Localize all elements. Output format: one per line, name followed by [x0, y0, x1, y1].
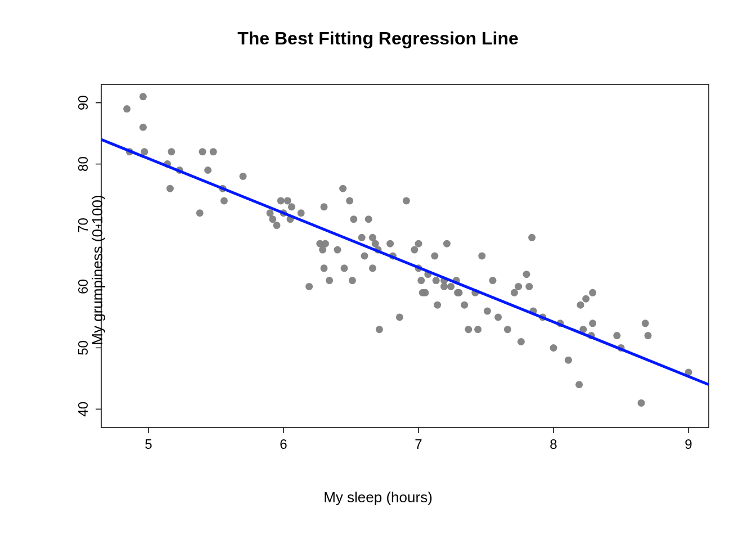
data-point	[403, 197, 410, 204]
data-point	[484, 308, 491, 315]
data-point	[288, 203, 295, 210]
data-point	[346, 197, 353, 204]
data-point	[422, 289, 429, 296]
x-tick-label: 8	[550, 436, 557, 452]
data-point	[504, 326, 511, 333]
data-point	[515, 283, 522, 290]
scatter-chart-regression: The Best Fitting Regression Line My grum…	[0, 0, 756, 540]
data-point	[489, 277, 497, 284]
data-point	[417, 277, 425, 284]
data-point	[456, 289, 463, 296]
data-point	[494, 313, 502, 321]
data-point	[565, 357, 572, 364]
data-point	[141, 148, 148, 155]
data-point	[349, 277, 356, 284]
data-point	[321, 203, 328, 210]
data-point	[168, 148, 175, 155]
data-point	[322, 240, 329, 248]
data-point	[431, 253, 438, 260]
data-point	[240, 173, 247, 180]
data-point	[341, 264, 348, 272]
data-point	[433, 277, 440, 284]
data-point	[361, 253, 368, 260]
data-point	[582, 295, 590, 303]
data-point	[305, 283, 313, 290]
data-point	[298, 209, 305, 217]
data-point	[369, 264, 376, 272]
data-point	[123, 105, 130, 112]
data-point	[339, 185, 346, 192]
data-point	[220, 197, 228, 204]
data-point	[365, 215, 372, 223]
data-point	[358, 234, 366, 241]
data-point	[199, 148, 206, 155]
data-point	[577, 302, 584, 309]
data-point	[396, 313, 403, 321]
data-point	[411, 246, 418, 254]
y-tick-label: 80	[75, 156, 91, 172]
y-tick-label: 70	[75, 218, 91, 233]
data-point	[140, 124, 147, 131]
data-point	[415, 240, 422, 248]
data-point	[443, 240, 451, 248]
y-tick-label: 50	[75, 340, 91, 356]
data-point	[575, 381, 583, 388]
data-point	[525, 283, 533, 290]
data-point	[204, 166, 212, 174]
y-tick-label: 60	[75, 279, 91, 294]
data-point	[350, 215, 357, 223]
plot-border	[101, 84, 709, 428]
data-point	[461, 302, 468, 309]
data-point	[550, 344, 557, 352]
data-point	[166, 185, 174, 192]
data-point	[277, 197, 285, 204]
data-point	[140, 93, 147, 100]
data-point	[386, 240, 394, 248]
x-tick-label: 9	[685, 436, 692, 452]
data-point	[334, 246, 341, 254]
data-point	[440, 283, 448, 290]
data-point	[645, 332, 652, 339]
data-point	[511, 289, 518, 296]
data-point	[273, 222, 281, 229]
data-point	[326, 277, 333, 284]
data-point	[269, 215, 276, 223]
y-tick-label: 90	[75, 95, 91, 110]
x-tick-label: 5	[145, 436, 152, 452]
data-point	[478, 253, 485, 260]
data-point	[589, 320, 596, 327]
data-point	[434, 302, 441, 309]
data-point	[589, 289, 596, 296]
data-point	[196, 209, 204, 217]
regression-line	[101, 140, 709, 385]
data-point	[321, 264, 328, 272]
data-point	[376, 326, 383, 333]
data-point	[638, 399, 645, 407]
data-point	[284, 197, 291, 204]
plot-area: 56789405060708090	[0, 0, 756, 540]
data-point	[523, 271, 530, 278]
x-tick-label: 7	[415, 436, 422, 452]
data-point	[613, 332, 620, 339]
data-point	[447, 283, 454, 290]
data-point	[474, 326, 482, 333]
data-point	[518, 338, 525, 345]
data-point	[528, 234, 536, 241]
data-point	[210, 148, 217, 155]
data-point	[642, 320, 649, 327]
x-tick-label: 6	[280, 436, 287, 452]
y-tick-label: 40	[75, 402, 91, 417]
data-point	[465, 326, 472, 333]
